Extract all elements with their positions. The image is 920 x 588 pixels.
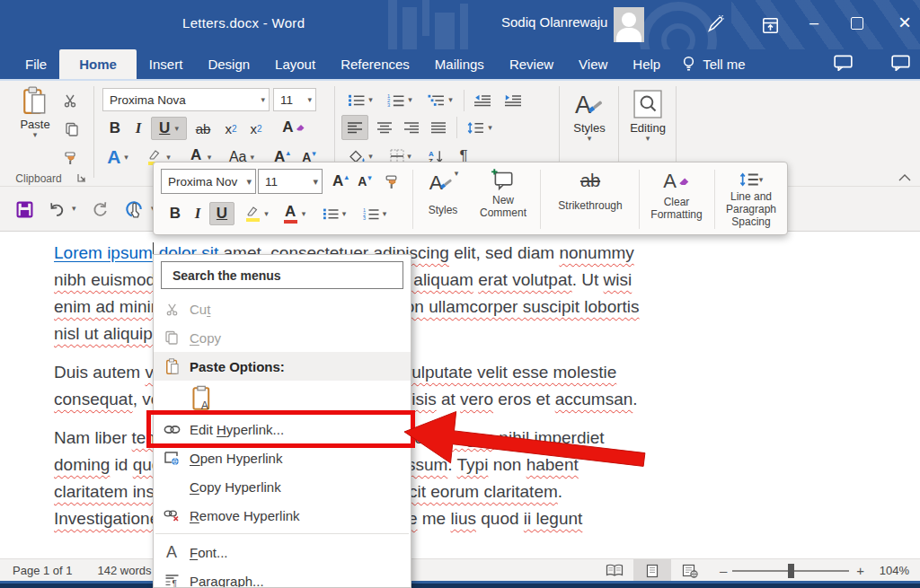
- touch-mouse-mode-button[interactable]: [120, 196, 147, 223]
- zoom-slider-handle[interactable]: [788, 564, 794, 578]
- share-comment-icon[interactable]: [891, 55, 910, 71]
- undo-button[interactable]: [45, 197, 68, 221]
- lightbulb-icon: [682, 56, 695, 73]
- mini-clear-formatting-button[interactable]: A Clear Formatting: [642, 168, 711, 222]
- mini-grow-font-button[interactable]: A▴: [328, 170, 353, 193]
- tab-layout[interactable]: Layout: [262, 49, 328, 79]
- increase-indent-button[interactable]: [500, 88, 526, 111]
- page-indicator[interactable]: Page 1 of 1: [13, 564, 73, 577]
- mini-styles-button[interactable]: A▾ Styles: [420, 168, 466, 217]
- styles-button[interactable]: A Styles ▾: [564, 90, 615, 143]
- zoom-slider[interactable]: [732, 570, 849, 572]
- mini-numbering-button[interactable]: 123▾: [357, 202, 393, 225]
- mini-font-name-combo[interactable]: Proxima Nov▾: [161, 169, 256, 194]
- editing-button[interactable]: Editing ▾: [624, 90, 672, 143]
- copy-icon: [154, 330, 190, 345]
- mini-shrink-font-button[interactable]: A▾: [353, 170, 376, 193]
- editing-find-icon: [633, 90, 662, 118]
- save-button[interactable]: [13, 197, 36, 221]
- print-layout-button[interactable]: [633, 559, 671, 582]
- copy-button[interactable]: [61, 118, 83, 140]
- justify-button[interactable]: [426, 115, 451, 140]
- minimize-button[interactable]: –: [798, 9, 830, 36]
- svg-text:3: 3: [387, 102, 390, 107]
- tab-references[interactable]: References: [328, 49, 422, 79]
- paste-button[interactable]: Paste ▾: [13, 86, 58, 139]
- tab-view[interactable]: View: [566, 49, 620, 79]
- tab-insert[interactable]: Insert: [137, 49, 196, 79]
- align-right-button[interactable]: [399, 115, 424, 140]
- decrease-indent-button[interactable]: [469, 88, 496, 111]
- window-bottom-edge: [0, 584, 920, 588]
- redo-button[interactable]: [88, 197, 111, 221]
- tab-home[interactable]: Home: [59, 49, 137, 79]
- menu-item-remove-hyperlink[interactable]: Remove Hyperlink: [154, 501, 411, 530]
- tell-me-box[interactable]: Tell me: [673, 49, 755, 79]
- menu-item-copy: Copy: [154, 323, 411, 352]
- avatar[interactable]: [614, 7, 644, 42]
- cut-button[interactable]: [59, 90, 81, 111]
- text-effects-button[interactable]: A▾: [102, 145, 133, 169]
- multilevel-list-button[interactable]: ▾: [422, 88, 458, 111]
- mini-bold-button[interactable]: B: [164, 202, 186, 225]
- undo-chevron[interactable]: ▾: [72, 205, 76, 213]
- account-name[interactable]: Sodiq Olanrewaju: [501, 14, 607, 30]
- svg-text:A: A: [429, 171, 442, 194]
- collapse-ribbon-chevron[interactable]: [895, 169, 915, 185]
- title-bar: Letters.docx - Word Sodiq Olanrewaju – ×: [0, 0, 920, 49]
- close-button[interactable]: ×: [889, 7, 920, 38]
- ink-pen-icon[interactable]: [703, 12, 728, 37]
- web-layout-button[interactable]: [671, 559, 709, 582]
- word-count[interactable]: 142 words: [98, 564, 152, 577]
- tab-design[interactable]: Design: [195, 49, 262, 79]
- read-mode-button[interactable]: [596, 559, 633, 582]
- tab-review[interactable]: Review: [497, 49, 566, 79]
- svg-text:3: 3: [363, 215, 366, 220]
- line-spacing-button[interactable]: ▾: [462, 115, 498, 140]
- search-menus-input[interactable]: Search the menus: [161, 261, 403, 289]
- svg-text:A: A: [575, 92, 591, 118]
- font-name-combo[interactable]: Proxima Nova▾: [102, 88, 270, 111]
- menu-item-copy-hyperlink[interactable]: Copy Hyperlink: [154, 472, 411, 501]
- ribbon-display-options-icon[interactable]: [757, 13, 783, 38]
- zoom-in-button[interactable]: +: [856, 563, 864, 578]
- tab-file[interactable]: File: [13, 49, 59, 79]
- mini-new-comment-button[interactable]: New Comment: [470, 168, 536, 220]
- mini-bullets-button[interactable]: ▾: [317, 202, 351, 225]
- mini-line-spacing-button[interactable]: ▾ Line and Paragraph Spacing: [718, 168, 784, 228]
- strikethrough-button[interactable]: ab: [190, 117, 216, 140]
- clear-formatting-button[interactable]: A: [280, 115, 307, 140]
- italic-button[interactable]: I: [128, 117, 149, 140]
- mini-font-size-combo[interactable]: 11▾: [258, 169, 323, 194]
- format-painter-button[interactable]: [59, 147, 81, 169]
- menu-item-font[interactable]: A Font...: [154, 538, 411, 566]
- bullets-button[interactable]: ▾: [343, 88, 377, 111]
- mini-strikethrough-button[interactable]: ab Strikethrough: [544, 168, 637, 213]
- new-comment-icon: [491, 168, 516, 191]
- maximize-button[interactable]: [851, 17, 863, 30]
- numbering-button[interactable]: 123▾: [383, 88, 417, 111]
- underline-button[interactable]: U▾: [151, 117, 187, 140]
- svg-text:¶: ¶: [172, 579, 176, 588]
- mini-underline-button[interactable]: U: [209, 202, 234, 225]
- clipboard-dialog-launcher[interactable]: [75, 171, 88, 184]
- svg-text:A: A: [201, 399, 209, 411]
- align-center-button[interactable]: [372, 115, 397, 140]
- bold-button[interactable]: B: [104, 117, 126, 140]
- font-size-combo[interactable]: 11▾: [273, 88, 316, 111]
- subscript-button[interactable]: x2: [219, 117, 243, 140]
- tab-mailings[interactable]: Mailings: [422, 49, 497, 79]
- document-canvas[interactable]: Lorem ipsum dolor sit amet, consectetuer…: [0, 232, 920, 558]
- zoom-out-button[interactable]: –: [720, 563, 727, 578]
- mini-font-color-button[interactable]: A▾: [278, 202, 312, 225]
- mini-italic-button[interactable]: I: [188, 202, 208, 225]
- mini-highlight-button[interactable]: ▾: [240, 202, 274, 225]
- menu-item-paragraph[interactable]: ¶ Paragraph...: [154, 566, 411, 588]
- superscript-button[interactable]: x2: [244, 117, 268, 140]
- tab-help[interactable]: Help: [620, 49, 673, 79]
- align-left-button[interactable]: [341, 115, 368, 140]
- comments-icon[interactable]: [834, 55, 853, 71]
- mini-toolbar: Proxima Nov▾ 11▾ A▴ A▾ B I U ▾ A▾ ▾ 123▾…: [153, 162, 788, 235]
- zoom-level[interactable]: 104%: [873, 564, 909, 577]
- mini-format-painter-button[interactable]: [378, 170, 403, 193]
